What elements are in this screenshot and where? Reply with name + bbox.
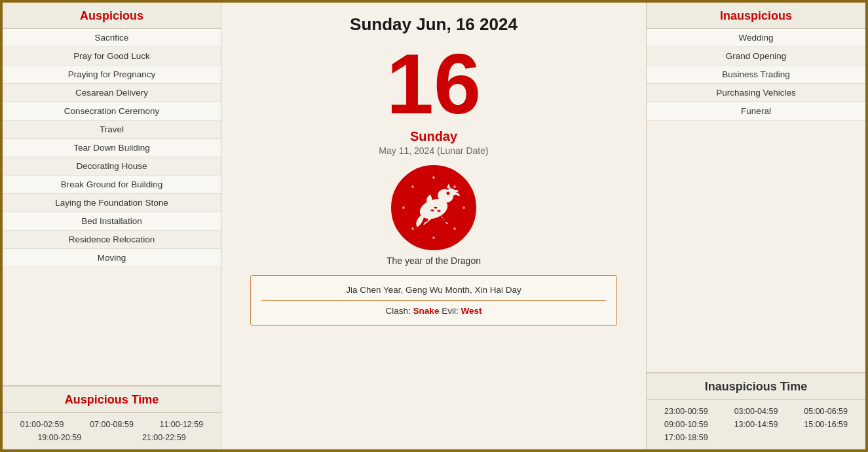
zodiac-label: The year of the Dragon [387, 255, 481, 266]
inaus-time-cell [722, 431, 791, 444]
list-item: Bed Installation [3, 212, 221, 231]
right-panel: Inauspicious Wedding Grand Opening Busin… [647, 3, 865, 449]
evil-prefix: Evil: [439, 306, 461, 316]
list-item: Praying for Pregnancy [3, 66, 221, 84]
list-item: Wedding [647, 29, 865, 47]
clash-animal: Snake [413, 306, 440, 316]
list-item: Decorating House [3, 157, 221, 176]
svg-point-4 [447, 192, 450, 195]
inaus-time-cell: 23:00-00:59 [652, 405, 721, 418]
list-item: Moving [3, 249, 221, 267]
lunar-date-value: May 11, 2024 [379, 145, 434, 156]
auspicious-time-section: Auspicious Time 01:00-02:59 07:00-08:59 … [3, 385, 221, 449]
svg-point-13 [411, 185, 414, 188]
list-item: Consecration Ceremony [3, 102, 221, 121]
inaus-time-cell: 05:00-06:59 [791, 405, 860, 418]
lunar-date: May 11, 2024 (Lunar Date) [379, 145, 488, 156]
clash-prefix: Clash: [386, 306, 413, 316]
main-container: Auspicious Sacrifice Pray for Good Luck … [0, 0, 868, 452]
svg-point-10 [432, 236, 435, 239]
clash-line: Clash: Snake Evil: West [261, 303, 606, 318]
inaus-time-cell: 13:00-14:59 [722, 418, 791, 431]
inauspicious-section: Inauspicious Wedding Grand Opening Busin… [647, 3, 865, 372]
auspicious-list: Sacrifice Pray for Good Luck Praying for… [3, 29, 221, 385]
inauspicious-time-row2: 09:00-10:59 13:00-14:59 15:00-16:59 [647, 418, 865, 431]
list-item: Tear Down Building [3, 139, 221, 157]
inauspicious-time-row3: 17:00-18:59 [647, 431, 865, 444]
list-item: Funeral [647, 102, 865, 121]
inaus-time-cell: 17:00-18:59 [652, 431, 721, 444]
calendar-info-box: Jia Chen Year, Geng Wu Month, Xin Hai Da… [250, 275, 617, 326]
svg-point-6 [432, 176, 435, 179]
list-item: Sacrifice [3, 29, 221, 47]
zodiac-circle [391, 165, 476, 250]
list-item: Purchasing Vehicles [647, 84, 865, 102]
auspicious-time-row1: 01:00-02:59 07:00-08:59 11:00-12:59 [3, 418, 221, 431]
lunar-date-label: (Lunar Date) [437, 145, 489, 156]
day-name: Sunday [410, 129, 457, 144]
left-panel: Auspicious Sacrifice Pray for Good Luck … [3, 3, 221, 449]
inauspicious-time-header: Inauspicious Time [647, 373, 865, 400]
info-divider [261, 300, 606, 301]
auspicious-time-header: Auspicious Time [3, 386, 221, 413]
date-title: Sunday Jun, 16 2024 [350, 14, 518, 35]
inaus-time-cell: 09:00-10:59 [652, 418, 721, 431]
list-item: Business Trading [647, 66, 865, 84]
svg-point-7 [453, 185, 456, 188]
list-item: Cesarean Delivery [3, 84, 221, 102]
inauspicious-list: Wedding Grand Opening Business Trading P… [647, 29, 865, 121]
svg-point-8 [462, 206, 465, 209]
time-cell: 21:00-22:59 [113, 431, 216, 444]
inauspicious-time-row1: 23:00-00:59 03:00-04:59 05:00-06:59 [647, 405, 865, 418]
auspicious-header: Auspicious [3, 3, 221, 29]
svg-point-11 [411, 227, 414, 230]
list-item: Grand Opening [647, 47, 865, 66]
list-item: Laying the Foundation Stone [3, 194, 221, 212]
time-cell: 19:00-20:59 [8, 431, 111, 444]
inaus-time-cell: 15:00-16:59 [791, 418, 860, 431]
auspicious-section: Auspicious Sacrifice Pray for Good Luck … [3, 3, 221, 385]
inaus-time-cell: 03:00-04:59 [722, 405, 791, 418]
inaus-time-cell [791, 431, 860, 444]
list-item: Residence Relocation [3, 231, 221, 249]
svg-point-9 [453, 227, 456, 230]
calendar-info-line: Jia Chen Year, Geng Wu Month, Xin Hai Da… [261, 282, 606, 297]
list-item: Break Ground for Building [3, 176, 221, 194]
auspicious-time-row2: 19:00-20:59 21:00-22:59 [3, 431, 221, 444]
time-cell: 07:00-08:59 [77, 418, 145, 431]
svg-point-12 [402, 206, 405, 209]
evil-direction: West [461, 306, 481, 316]
center-panel: Sunday Jun, 16 2024 16 Sunday May 11, 20… [221, 3, 647, 449]
list-item: Pray for Good Luck [3, 47, 221, 66]
big-day-number: 16 [387, 41, 481, 126]
time-cell: 11:00-12:59 [147, 418, 216, 431]
list-item: Travel [3, 121, 221, 139]
dragon-icon [401, 175, 466, 240]
inauspicious-header: Inauspicious [647, 3, 865, 29]
time-cell: 01:00-02:59 [8, 418, 76, 431]
inauspicious-time-section: Inauspicious Time 23:00-00:59 03:00-04:5… [647, 372, 865, 449]
